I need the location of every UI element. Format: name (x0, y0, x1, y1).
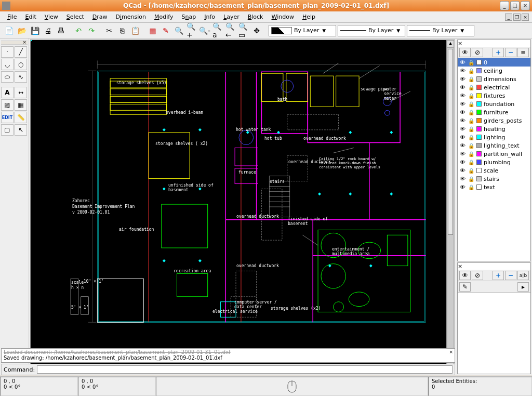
select-tool[interactable]: ↖ (15, 124, 27, 136)
menu-edit[interactable]: Edit (21, 12, 40, 21)
layer-visibility-icon[interactable]: 👁 (460, 59, 466, 66)
text-tool[interactable]: A (1, 87, 14, 98)
log-close-icon[interactable]: × (449, 349, 453, 354)
menu-info[interactable]: Info (200, 12, 219, 21)
measure-tool[interactable]: 📏 (15, 112, 27, 123)
layer-row-foundation[interactable]: 👁🔒foundation (458, 100, 530, 108)
layer-visibility-icon[interactable]: 👁 (460, 76, 466, 83)
layer-visibility-icon[interactable]: 👁 (460, 134, 466, 141)
vertical-scrollbar[interactable]: ▲ ▼ (446, 40, 455, 365)
ellipse-tool[interactable]: ⬭ (1, 71, 14, 83)
mdi-close-button[interactable]: × (522, 14, 529, 21)
layer-visibility-icon[interactable]: 👁 (460, 117, 466, 124)
block-edit-button[interactable]: ✎ (459, 282, 471, 292)
menu-file[interactable]: File (3, 12, 21, 21)
menu-window[interactable]: Window (268, 12, 298, 21)
layer-row-dimensions[interactable]: 👁🔒dimensions (458, 75, 530, 83)
point-tool[interactable]: · (1, 46, 14, 58)
zoom-pan-button[interactable]: ✥ (251, 25, 262, 36)
line-tool[interactable]: ╱ (15, 46, 27, 58)
edit-tool[interactable]: EDIT (1, 112, 14, 123)
layer-row-electrical[interactable]: 👁🔒electrical (458, 83, 530, 91)
layer-row-0[interactable]: 👁🔒0 (458, 58, 530, 67)
layer-lock-icon[interactable]: 🔒 (468, 168, 474, 174)
block-tool[interactable]: ▢ (1, 124, 14, 136)
layer-visibility-icon[interactable]: 👁 (460, 151, 466, 157)
open-button[interactable]: 📂 (16, 25, 28, 36)
layer-row-stairs[interactable]: 👁🔒stairs (458, 175, 530, 183)
layer-row-girders_posts[interactable]: 👁🔒girders_posts (458, 116, 530, 125)
paste-button[interactable]: 📋 (129, 25, 141, 36)
color-select[interactable]: By Layer ▼ (269, 25, 336, 36)
image-tool[interactable]: ▦ (15, 99, 27, 111)
menu-dimension[interactable]: Dimension (112, 12, 151, 21)
layer-row-text[interactable]: 👁🔒text (458, 183, 530, 191)
menu-layer[interactable]: Layer (219, 12, 244, 21)
block-hideall-button[interactable]: ⊘ (472, 271, 483, 280)
linetype-select[interactable]: By Layer ▼ (407, 25, 474, 36)
close-button[interactable]: × (521, 1, 530, 10)
layer-remove-button[interactable]: − (505, 48, 516, 57)
layer-visibility-icon[interactable]: 👁 (460, 93, 466, 99)
print-preview-button[interactable]: 🖶 (55, 25, 66, 36)
layer-lock-icon[interactable]: 🔒 (468, 68, 474, 74)
layer-lock-icon[interactable]: 🔒 (468, 85, 474, 90)
layer-showall-button[interactable]: 👁 (459, 48, 471, 57)
command-input[interactable] (37, 365, 453, 374)
layer-lock-icon[interactable]: 🔒 (468, 101, 474, 107)
drawing-canvas[interactable]: Zahorec Basement Improvement Plan v 2009… (31, 40, 446, 365)
zoom-window-button[interactable]: 🔍▭ (238, 25, 249, 36)
layer-lock-icon[interactable]: 🔒 (468, 126, 474, 132)
linewidth-select[interactable]: By Layer ▼ (338, 25, 405, 36)
layer-visibility-icon[interactable]: 👁 (460, 68, 466, 74)
maximize-button[interactable]: □ (510, 1, 520, 10)
layer-row-heating[interactable]: 👁🔒heating (458, 125, 530, 133)
layer-lock-icon[interactable]: 🔒 (468, 151, 474, 157)
print-button[interactable]: 🖨 (42, 25, 54, 36)
zoom-auto-button[interactable]: 🔍a (212, 25, 223, 36)
hatch-tool[interactable]: ▨ (1, 99, 14, 111)
layer-lock-icon[interactable]: 🔒 (468, 176, 474, 182)
layer-add-button[interactable]: + (493, 48, 504, 57)
menu-select[interactable]: Select (62, 12, 88, 21)
copy-button[interactable]: ⎘ (116, 25, 128, 36)
layer-visibility-icon[interactable]: 👁 (460, 109, 466, 116)
zoom-in-button[interactable]: 🔍+ (186, 25, 197, 36)
zoom-redraw-button[interactable]: 🔍 (173, 25, 184, 36)
draft-button[interactable]: ✎ (160, 25, 171, 36)
layer-visibility-icon[interactable]: 👁 (460, 101, 466, 108)
block-rename-button[interactable]: a|b (517, 271, 529, 280)
layer-hideall-button[interactable]: ⊘ (472, 48, 483, 57)
undo-button[interactable]: ↶ (73, 25, 84, 36)
layer-visibility-icon[interactable]: 👁 (460, 167, 466, 174)
layer-lock-icon[interactable]: 🔒 (468, 184, 474, 190)
block-remove-button[interactable]: − (505, 271, 516, 280)
layer-row-lighting_text[interactable]: 👁🔒lighting_text (458, 141, 530, 150)
dimension-tool[interactable]: ↔ (15, 87, 27, 98)
layer-lock-icon[interactable]: 🔒 (468, 143, 474, 149)
layer-row-lighting[interactable]: 👁🔒lighting (458, 133, 530, 141)
minimize-button[interactable]: _ (500, 1, 509, 10)
scroll-up-button[interactable]: ▲ (447, 40, 454, 47)
layer-lock-icon[interactable]: 🔒 (468, 118, 474, 124)
layer-row-partition_wall[interactable]: 👁🔒partition_wall (458, 150, 530, 158)
zoom-out-button[interactable]: 🔍- (199, 25, 210, 36)
grid-button[interactable]: ▦ (147, 25, 158, 36)
layer-lock-icon[interactable]: 🔒 (468, 93, 474, 99)
spline-tool[interactable]: ∿ (15, 71, 27, 83)
layer-lock-icon[interactable]: 🔒 (468, 135, 474, 140)
layer-lock-icon[interactable]: 🔒 (468, 60, 474, 65)
new-button[interactable]: 📄 (3, 25, 15, 36)
mdi-restore-button[interactable]: ❐ (513, 14, 521, 21)
layer-lock-icon[interactable]: 🔒 (468, 76, 474, 82)
layer-row-fixtures[interactable]: 👁🔒fixtures (458, 91, 530, 100)
layer-attr-button[interactable]: ≡ (517, 48, 529, 57)
redo-button[interactable]: ↷ (86, 25, 97, 36)
menu-modify[interactable]: Modify (150, 12, 177, 21)
layer-visibility-icon[interactable]: 👁 (460, 159, 466, 166)
layer-visibility-icon[interactable]: 👁 (460, 84, 466, 91)
block-add-button[interactable]: + (493, 271, 504, 280)
cut-button[interactable]: ✂ (103, 25, 115, 36)
circle-tool[interactable]: ○ (15, 59, 27, 70)
layer-row-furniture[interactable]: 👁🔒furniture (458, 108, 530, 116)
